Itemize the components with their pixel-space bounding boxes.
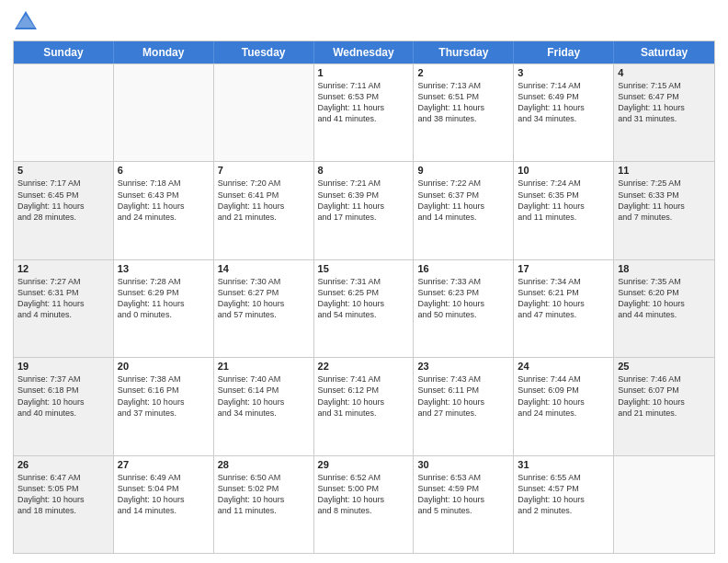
day-number: 11 bbox=[618, 165, 711, 176]
calendar-cell: 6Sunrise: 7:18 AM Sunset: 6:43 PM Daylig… bbox=[114, 162, 214, 259]
cell-info: Sunrise: 6:50 AM Sunset: 5:02 PM Dayligh… bbox=[218, 472, 310, 517]
calendar-cell: 13Sunrise: 7:28 AM Sunset: 6:29 PM Dayli… bbox=[114, 260, 214, 357]
calendar-row: 12Sunrise: 7:27 AM Sunset: 6:31 PM Dayli… bbox=[14, 259, 714, 357]
day-number: 20 bbox=[118, 361, 210, 372]
day-number: 25 bbox=[618, 361, 711, 372]
day-number: 28 bbox=[218, 459, 310, 470]
calendar-cell: 29Sunrise: 6:52 AM Sunset: 5:00 PM Dayli… bbox=[314, 456, 415, 553]
cell-info: Sunrise: 7:13 AM Sunset: 6:51 PM Dayligh… bbox=[417, 80, 509, 125]
calendar-cell: 28Sunrise: 6:50 AM Sunset: 5:02 PM Dayli… bbox=[214, 456, 314, 553]
day-number: 14 bbox=[218, 263, 310, 274]
calendar-cell: 14Sunrise: 7:30 AM Sunset: 6:27 PM Dayli… bbox=[214, 260, 314, 357]
calendar-row: 19Sunrise: 7:37 AM Sunset: 6:18 PM Dayli… bbox=[14, 357, 714, 454]
cell-info: Sunrise: 7:31 AM Sunset: 6:25 PM Dayligh… bbox=[318, 276, 410, 321]
weekday-header: Saturday bbox=[614, 41, 714, 63]
day-number: 9 bbox=[417, 165, 509, 176]
day-number: 31 bbox=[518, 459, 609, 470]
calendar-cell: 17Sunrise: 7:34 AM Sunset: 6:21 PM Dayli… bbox=[514, 260, 614, 357]
calendar-cell: 21Sunrise: 7:40 AM Sunset: 6:14 PM Dayli… bbox=[214, 358, 314, 454]
cell-info: Sunrise: 7:28 AM Sunset: 6:29 PM Dayligh… bbox=[118, 276, 210, 321]
calendar-cell: 1Sunrise: 7:11 AM Sunset: 6:53 PM Daylig… bbox=[314, 64, 415, 161]
calendar-cell: 15Sunrise: 7:31 AM Sunset: 6:25 PM Dayli… bbox=[314, 260, 415, 357]
cell-info: Sunrise: 6:53 AM Sunset: 4:59 PM Dayligh… bbox=[417, 472, 509, 517]
weekday-header: Tuesday bbox=[214, 41, 314, 63]
cell-info: Sunrise: 6:55 AM Sunset: 4:57 PM Dayligh… bbox=[518, 472, 609, 517]
day-number: 2 bbox=[417, 67, 509, 78]
day-number: 15 bbox=[318, 263, 410, 274]
calendar-cell: 31Sunrise: 6:55 AM Sunset: 4:57 PM Dayli… bbox=[514, 456, 614, 553]
day-number: 7 bbox=[218, 165, 310, 176]
day-number: 1 bbox=[318, 67, 410, 78]
calendar-cell: 10Sunrise: 7:24 AM Sunset: 6:35 PM Dayli… bbox=[514, 162, 614, 259]
weekday-header: Wednesday bbox=[314, 41, 415, 63]
calendar-cell: 9Sunrise: 7:22 AM Sunset: 6:37 PM Daylig… bbox=[414, 162, 514, 259]
calendar-header: SundayMondayTuesdayWednesdayThursdayFrid… bbox=[14, 41, 714, 63]
cell-info: Sunrise: 7:15 AM Sunset: 6:47 PM Dayligh… bbox=[618, 80, 711, 125]
cell-info: Sunrise: 7:14 AM Sunset: 6:49 PM Dayligh… bbox=[518, 80, 609, 125]
cell-info: Sunrise: 7:11 AM Sunset: 6:53 PM Dayligh… bbox=[318, 80, 410, 125]
calendar-cell: 30Sunrise: 6:53 AM Sunset: 4:59 PM Dayli… bbox=[414, 456, 514, 553]
svg-marker-1 bbox=[17, 15, 35, 28]
day-number: 18 bbox=[618, 263, 711, 274]
calendar: SundayMondayTuesdayWednesdayThursdayFrid… bbox=[13, 40, 715, 554]
calendar-cell: 4Sunrise: 7:15 AM Sunset: 6:47 PM Daylig… bbox=[614, 64, 714, 161]
day-number: 24 bbox=[518, 361, 609, 372]
cell-info: Sunrise: 7:30 AM Sunset: 6:27 PM Dayligh… bbox=[218, 276, 310, 321]
day-number: 29 bbox=[318, 459, 410, 470]
calendar-cell: 16Sunrise: 7:33 AM Sunset: 6:23 PM Dayli… bbox=[414, 260, 514, 357]
calendar-cell: 19Sunrise: 7:37 AM Sunset: 6:18 PM Dayli… bbox=[14, 358, 114, 454]
calendar-row: 5Sunrise: 7:17 AM Sunset: 6:45 PM Daylig… bbox=[14, 161, 714, 259]
cell-info: Sunrise: 7:22 AM Sunset: 6:37 PM Dayligh… bbox=[417, 178, 509, 223]
logo bbox=[13, 9, 42, 35]
day-number: 22 bbox=[318, 361, 410, 372]
day-number: 12 bbox=[17, 263, 109, 274]
cell-info: Sunrise: 7:18 AM Sunset: 6:43 PM Dayligh… bbox=[118, 178, 210, 223]
calendar-cell bbox=[214, 64, 314, 161]
cell-info: Sunrise: 7:44 AM Sunset: 6:09 PM Dayligh… bbox=[518, 373, 609, 419]
calendar-cell: 20Sunrise: 7:38 AM Sunset: 6:16 PM Dayli… bbox=[114, 358, 214, 454]
cell-info: Sunrise: 7:38 AM Sunset: 6:16 PM Dayligh… bbox=[118, 373, 210, 419]
calendar-row: 26Sunrise: 6:47 AM Sunset: 5:05 PM Dayli… bbox=[14, 455, 714, 553]
day-number: 5 bbox=[17, 165, 109, 176]
day-number: 27 bbox=[118, 459, 210, 470]
day-number: 13 bbox=[118, 263, 210, 274]
cell-info: Sunrise: 6:49 AM Sunset: 5:04 PM Dayligh… bbox=[118, 472, 210, 517]
calendar-cell: 25Sunrise: 7:46 AM Sunset: 6:07 PM Dayli… bbox=[614, 358, 714, 454]
calendar-row: 1Sunrise: 7:11 AM Sunset: 6:53 PM Daylig… bbox=[14, 63, 714, 161]
cell-info: Sunrise: 7:34 AM Sunset: 6:21 PM Dayligh… bbox=[518, 276, 609, 321]
calendar-cell: 24Sunrise: 7:44 AM Sunset: 6:09 PM Dayli… bbox=[514, 358, 614, 454]
calendar-cell: 3Sunrise: 7:14 AM Sunset: 6:49 PM Daylig… bbox=[514, 64, 614, 161]
day-number: 8 bbox=[318, 165, 410, 176]
weekday-header: Friday bbox=[514, 41, 614, 63]
cell-info: Sunrise: 7:46 AM Sunset: 6:07 PM Dayligh… bbox=[618, 373, 711, 419]
cell-info: Sunrise: 7:33 AM Sunset: 6:23 PM Dayligh… bbox=[417, 276, 509, 321]
calendar-cell: 11Sunrise: 7:25 AM Sunset: 6:33 PM Dayli… bbox=[614, 162, 714, 259]
cell-info: Sunrise: 7:37 AM Sunset: 6:18 PM Dayligh… bbox=[17, 373, 109, 419]
calendar-cell bbox=[114, 64, 214, 161]
day-number: 6 bbox=[118, 165, 210, 176]
calendar-cell: 18Sunrise: 7:35 AM Sunset: 6:20 PM Dayli… bbox=[614, 260, 714, 357]
calendar-cell: 5Sunrise: 7:17 AM Sunset: 6:45 PM Daylig… bbox=[14, 162, 114, 259]
cell-info: Sunrise: 7:43 AM Sunset: 6:11 PM Dayligh… bbox=[417, 373, 509, 419]
header bbox=[13, 9, 715, 35]
cell-info: Sunrise: 6:52 AM Sunset: 5:00 PM Dayligh… bbox=[318, 472, 410, 517]
calendar-cell: 22Sunrise: 7:41 AM Sunset: 6:12 PM Dayli… bbox=[314, 358, 415, 454]
day-number: 26 bbox=[17, 459, 109, 470]
calendar-cell: 23Sunrise: 7:43 AM Sunset: 6:11 PM Dayli… bbox=[414, 358, 514, 454]
logo-icon bbox=[13, 9, 39, 35]
weekday-header: Monday bbox=[114, 41, 214, 63]
calendar-cell: 2Sunrise: 7:13 AM Sunset: 6:51 PM Daylig… bbox=[414, 64, 514, 161]
day-number: 23 bbox=[417, 361, 509, 372]
cell-info: Sunrise: 7:35 AM Sunset: 6:20 PM Dayligh… bbox=[618, 276, 711, 321]
day-number: 3 bbox=[518, 67, 609, 78]
calendar-cell: 26Sunrise: 6:47 AM Sunset: 5:05 PM Dayli… bbox=[14, 456, 114, 553]
cell-info: Sunrise: 7:27 AM Sunset: 6:31 PM Dayligh… bbox=[17, 276, 109, 321]
day-number: 10 bbox=[518, 165, 609, 176]
cell-info: Sunrise: 7:20 AM Sunset: 6:41 PM Dayligh… bbox=[218, 178, 310, 223]
calendar-cell bbox=[14, 64, 114, 161]
calendar-cell: 27Sunrise: 6:49 AM Sunset: 5:04 PM Dayli… bbox=[114, 456, 214, 553]
day-number: 21 bbox=[218, 361, 310, 372]
calendar-cell: 8Sunrise: 7:21 AM Sunset: 6:39 PM Daylig… bbox=[314, 162, 415, 259]
day-number: 17 bbox=[518, 263, 609, 274]
calendar-cell: 7Sunrise: 7:20 AM Sunset: 6:41 PM Daylig… bbox=[214, 162, 314, 259]
